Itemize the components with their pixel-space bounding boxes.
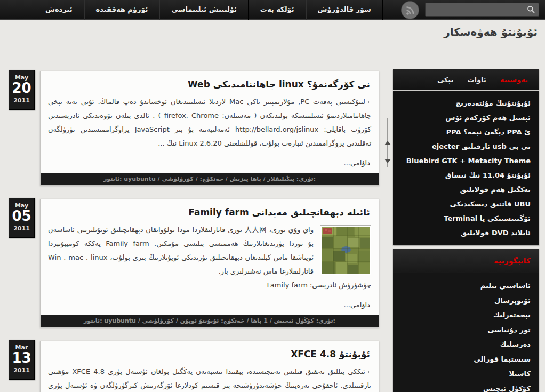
download-line[interactable]: چۈشۈرۈش ئادرېسى: Family farm — [48, 278, 371, 292]
nav-menu: ئىزدەش ئۆزۈم ھەققىدە ئۇلىنىش ئىلتىماسى ئ… — [34, 0, 383, 20]
nav-item-about-me[interactable]: ئۆزۈم ھەققىدە — [84, 0, 160, 20]
post-date-badge[interactable]: Mar 13 2011 — [9, 340, 35, 380]
read-more-row: داۋامى... — [48, 150, 371, 173]
sidebar-link[interactable]: قولايلىق DVD ئايلاند — [402, 226, 531, 240]
bullet-icon — [368, 101, 371, 103]
date-day: 13 — [9, 351, 34, 365]
categories-box: كاتېگورىيە ئاساسىي بىلىم ئۇنۋېرسال بېخەت… — [393, 249, 539, 392]
search-box — [425, 3, 539, 17]
arrow-down-icon[interactable] — [384, 159, 391, 163]
post-meta: ئاپتور: uyubuntu / تۈرى: كۆڭۈل ئېچىش / 1… — [41, 315, 379, 327]
tab-new[interactable]: يېڭى — [430, 76, 461, 84]
sidebar-link[interactable]: يەڭگىل ھەم قولايلىق — [402, 182, 531, 197]
post-date-badge[interactable]: May 20 2011 — [9, 70, 35, 110]
category-link[interactable]: دەرسلىك — [402, 337, 531, 352]
sidebar-link[interactable]: ejecter ئارقىلىق usb نى بى — [402, 139, 531, 154]
category-link[interactable]: ئاساسىي بىلىم — [402, 278, 531, 293]
post-card: May 05 2011 ئائىلە دېھقانچىلىق مەيدانى F… — [40, 199, 379, 327]
nav-item-home-page[interactable]: ئۆلكە بەت — [249, 0, 306, 20]
read-more-link[interactable]: داۋامى... — [344, 301, 371, 309]
post-date-badge[interactable]: May 05 2011 — [9, 198, 35, 238]
date-year: 2011 — [9, 367, 34, 374]
tab-recommended[interactable]: تەۋسىيە — [493, 76, 535, 84]
sidebar: يېڭى ئاۋات تەۋسىيە ئۇبۇنتۇنىڭ مۇئتەدەرىج… — [393, 69, 539, 392]
category-link[interactable]: تور دۇنياسى — [402, 323, 531, 338]
sidebar-link[interactable]: Terminal ئۆگىنىشتىكى يا — [402, 211, 531, 226]
post-body: ئىككى يىللىق تەتقىق قىلىش نەتىجىسىدە، يې… — [48, 365, 371, 392]
sidebar-tabs: يېڭى ئاۋات تەۋسىيە — [393, 69, 539, 90]
date-year: 2011 — [9, 225, 34, 232]
post-body: ۋاي-ۋۇي تورى، 人人网 تورى قاتارلىقلاردا مود… — [48, 223, 371, 292]
search-icon[interactable] — [527, 5, 539, 14]
categories-title: كاتېگورىيە — [393, 249, 539, 273]
scroll-widget — [383, 118, 391, 167]
sidebar-link[interactable]: PPA دېگەن نېمە؟ PPA ئ — [402, 125, 531, 139]
top-nav-bar: ئىزدەش ئۆزۈم ھەققىدە ئۇلىنىش ئىلتىماسى ئ… — [0, 0, 545, 20]
post-title[interactable]: ئۇبۇنتۇ XFCE 4.8 — [48, 346, 371, 365]
date-day: 05 — [9, 209, 34, 223]
arrow-up-icon[interactable] — [384, 141, 391, 145]
nav-item-leave-message[interactable]: سۆز قالدۇرۇش — [306, 0, 383, 20]
category-link[interactable]: بېخەتەرلىك — [402, 308, 531, 323]
post-body: لىنۇكىسنى پەقەت PC, مۇلازىمېتىر ياكى Mac… — [48, 95, 371, 150]
post-title[interactable]: Web جاھاننامىدىكى linux نى كۆرگەنمۇ؟ — [48, 76, 371, 95]
sidebar-link[interactable]: ئۇبۇنتۇ 11.04 نىڭ نىساق — [402, 168, 531, 182]
post-card: May 20 2011 Web جاھاننامىدىكى linux نى ك… — [40, 71, 379, 186]
nav-item-search[interactable]: ئىزدەش — [34, 0, 84, 20]
category-link[interactable]: ئۇنۋېرسال — [402, 293, 531, 308]
post-card: Mar 13 2011 ئۇبۇنتۇ XFCE 4.8 ئىككى يىللى… — [40, 341, 379, 392]
read-more-link[interactable]: داۋامى... — [344, 159, 371, 167]
post-title[interactable]: ئائىلە دېھقانچىلىق مەيدانى Family farm — [48, 204, 371, 223]
sidebar-link[interactable]: قاتتىق دىسكىدىكى UBU — [402, 197, 531, 211]
site-title: ئۇبۇنتۇ ھەۋەسكار — [444, 26, 538, 38]
recommended-list: ئۇبۇنتۇنىڭ مۇئتەدەرىج ئېسىل ھەم كۆركەم ئ… — [393, 91, 539, 245]
rss-icon[interactable] — [400, 1, 420, 20]
sidebar-link[interactable]: ئۇبۇنتۇنىڭ مۇئتەدەرىج — [402, 96, 531, 110]
date-day: 20 — [9, 81, 34, 95]
date-year: 2011 — [9, 97, 34, 104]
sidebar-link[interactable]: Bluebird GTK + Metacity Theme — [402, 154, 531, 168]
sidebar-link[interactable]: ئېسىل ھەم كۆركەم ئۇس — [402, 110, 531, 125]
nav-item-link-request[interactable]: ئۇلىنىش ئىلتىماسى — [159, 0, 248, 20]
post-meta: ئاپتور: uyubuntu / تۈرى: يېڭىلىقلار / با… — [41, 173, 379, 185]
read-more-row: داۋامى... — [48, 292, 371, 315]
post-list: May 20 2011 Web جاھاننامىدىكى linux نى ك… — [40, 71, 379, 392]
family-farm-thumbnail[interactable] — [320, 225, 371, 275]
bullet-icon — [368, 371, 371, 373]
category-link[interactable]: كاشىلا — [402, 366, 531, 381]
category-link[interactable]: كۆڭۈل ئېچىش — [402, 381, 531, 392]
search-input[interactable] — [426, 3, 527, 16]
category-link[interactable]: سىستېما قورالى — [402, 352, 531, 367]
tab-popular[interactable]: ئاۋات — [460, 76, 493, 84]
